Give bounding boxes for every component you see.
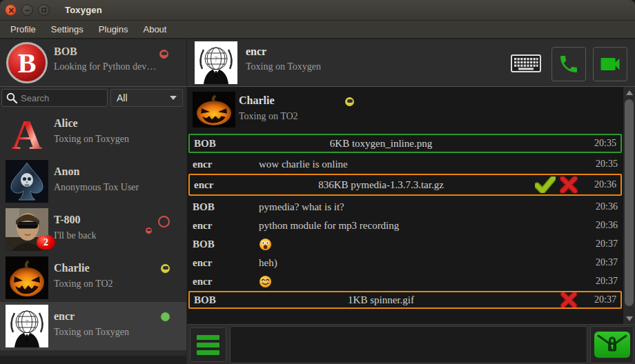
menu-about[interactable]: About bbox=[135, 21, 174, 37]
self-avatar-bob[interactable]: B bbox=[6, 41, 48, 84]
message-author: BOB bbox=[193, 201, 259, 213]
message-time: 20:35 bbox=[582, 159, 618, 170]
audio-call-button[interactable] bbox=[551, 47, 586, 81]
close-button[interactable] bbox=[5, 4, 17, 16]
scrollbar-thumb[interactable] bbox=[625, 99, 634, 306]
cross-icon bbox=[560, 292, 578, 307]
message-row: encr 😊 20:37 bbox=[188, 272, 622, 290]
message-time: 20:36 bbox=[580, 179, 616, 190]
message-list: BOB 6KB toxygen_inline.png 20:35 encr wo… bbox=[188, 134, 622, 311]
message-time: 20:37 bbox=[582, 239, 618, 250]
file-transfer-row: BOB 1KB spinner.gif 20:37 bbox=[188, 291, 622, 309]
scroll-down-button[interactable] bbox=[623, 313, 635, 324]
arrow-down-icon bbox=[626, 316, 633, 321]
pumpkin-avatar bbox=[193, 92, 235, 128]
secure-send-icon bbox=[594, 331, 631, 358]
anon-spade-skull-avatar bbox=[6, 160, 48, 203]
accept-file-button[interactable] bbox=[534, 176, 557, 193]
contact-status-message: Anonymous Tox User bbox=[54, 182, 139, 193]
contact-list: A Alice Toxing on Toxygen bbox=[0, 109, 186, 350]
away-status-icon bbox=[345, 97, 354, 106]
chevron-down-icon bbox=[170, 96, 177, 100]
message-author: BOB bbox=[194, 138, 260, 150]
message-time: 20:37 bbox=[580, 294, 616, 305]
message-time: 20:37 bbox=[582, 257, 618, 268]
message-text: pymedia? what is it? bbox=[259, 201, 582, 213]
chat-peer-name: Charlie bbox=[239, 94, 275, 107]
contact-status-message: Toxing on Toxygen bbox=[54, 327, 129, 338]
self-status-message[interactable]: Looking for Python dev… bbox=[54, 61, 156, 72]
minimize-button[interactable] bbox=[21, 4, 33, 16]
file-transfer-label: 6KB toxygen_inline.png bbox=[252, 138, 510, 150]
menu-settings[interactable]: Settings bbox=[43, 21, 91, 37]
search-box bbox=[1, 89, 108, 107]
contact-row-charlie[interactable]: Charlie Toxing on TO2 bbox=[0, 254, 186, 302]
pumpkin-avatar bbox=[6, 256, 48, 299]
arrow-up-icon bbox=[626, 90, 633, 95]
active-chat-status-message: Toxing on Toxygen bbox=[246, 61, 321, 72]
contact-row-encr[interactable]: ? encr Toxing on Toxygen bbox=[0, 302, 186, 350]
message-row: BOB 😲 20:37 bbox=[188, 235, 622, 253]
message-time: 20:36 bbox=[582, 201, 618, 212]
typing-notification-button[interactable] bbox=[509, 54, 543, 73]
menu-plugins[interactable]: Plugins bbox=[91, 21, 136, 37]
message-text: heh) bbox=[259, 257, 582, 269]
search-input[interactable] bbox=[21, 93, 97, 103]
message-time: 20:36 bbox=[582, 220, 618, 231]
message-input[interactable] bbox=[230, 326, 587, 363]
send-message-button[interactable] bbox=[590, 326, 634, 363]
search-icon bbox=[6, 92, 17, 103]
bob-letter: B bbox=[18, 48, 37, 79]
contact-row-t800[interactable]: T-800 I'll be back 2 bbox=[0, 205, 186, 254]
filter-value: All bbox=[117, 92, 128, 103]
message-author: encr bbox=[193, 257, 259, 269]
contact-name: Anon bbox=[54, 165, 79, 178]
contact-filter-dropdown[interactable]: All bbox=[110, 89, 183, 107]
cancel-file-button[interactable] bbox=[557, 292, 580, 308]
message-text: python module for mp3 recording bbox=[259, 220, 582, 232]
file-transfer-row: encr 836KB pymedia-1.3.7.3.tar.gz 20:36 bbox=[188, 174, 622, 196]
video-call-button[interactable] bbox=[593, 47, 627, 81]
chat-peer-status-message: Toxing on TO2 bbox=[239, 111, 298, 122]
contact-name: Alice bbox=[54, 117, 78, 130]
busy-unread-status-icon bbox=[158, 216, 170, 228]
composer-bar bbox=[187, 324, 635, 364]
smiling-emoji-icon bbox=[259, 275, 272, 288]
active-chat-avatar-anonymous: ? bbox=[195, 41, 237, 84]
toxygen-window: Toxygen Profile Settings Plugins About B… bbox=[0, 0, 635, 364]
anon-question-mark: ? bbox=[26, 318, 29, 326]
chat-peer-header: Charlie Toxing on TO2 bbox=[187, 92, 623, 130]
message-row: encr heh) 20:37 bbox=[188, 254, 622, 272]
self-name[interactable]: BOB bbox=[54, 46, 77, 58]
contact-row-alice[interactable]: A Alice Toxing on Toxygen bbox=[0, 109, 186, 157]
alice-letter: A bbox=[12, 112, 43, 154]
menubar: Profile Settings Plugins About bbox=[0, 21, 635, 39]
message-row: encr python module for mp3 recording 20:… bbox=[188, 216, 622, 234]
chat-area: Charlie Toxing on TO2 BOB 6KB toxygen_in… bbox=[187, 86, 635, 324]
contact-name: Charlie bbox=[54, 262, 90, 274]
message-row: BOB pymedia? what is it? 20:36 bbox=[188, 198, 622, 216]
titlebar: Toxygen bbox=[0, 0, 635, 21]
anonymous-mask-avatar: ? bbox=[6, 305, 48, 347]
message-time: 20:37 bbox=[582, 276, 618, 287]
cancel-file-button[interactable] bbox=[557, 176, 580, 193]
file-transfer-label: 1KB spinner.gif bbox=[252, 294, 510, 306]
video-camera-icon bbox=[598, 52, 623, 77]
contact-status-message: Toxing on TO2 bbox=[54, 279, 113, 290]
attachment-menu-button[interactable] bbox=[190, 327, 226, 362]
message-author: BOB bbox=[194, 294, 260, 306]
check-icon bbox=[535, 176, 556, 193]
file-transfer-row: BOB 6KB toxygen_inline.png 20:35 bbox=[188, 134, 622, 153]
maximize-button[interactable] bbox=[38, 4, 50, 16]
keyboard-icon bbox=[511, 54, 541, 72]
contact-row-anon[interactable]: Anon Anonymous Tox User bbox=[0, 157, 186, 205]
contact-name: T-800 bbox=[54, 214, 81, 226]
chat-scrollbar[interactable] bbox=[623, 87, 635, 324]
scroll-up-button[interactable] bbox=[623, 87, 635, 98]
menu-profile[interactable]: Profile bbox=[3, 21, 43, 37]
unread-count-badge: 2 bbox=[37, 235, 55, 250]
self-busy-status-icon bbox=[159, 50, 168, 59]
cross-icon bbox=[560, 176, 578, 193]
message-row: encr wow charlie is online 20:35 bbox=[188, 155, 622, 173]
message-text: 😊 bbox=[259, 275, 582, 288]
